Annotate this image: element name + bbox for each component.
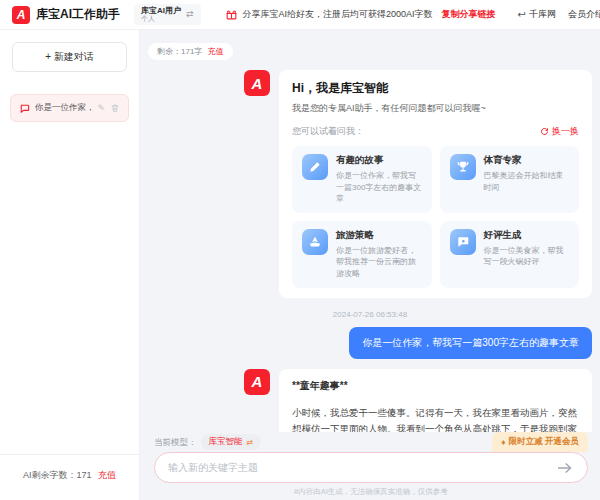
suggestion-desc: 你是一位作家，帮我写一篇300字左右的趣事文章 (336, 170, 422, 205)
user-message-row: 你是一位作家，帮我写一篇300字左右的趣事文章 (148, 327, 592, 359)
send-button[interactable] (556, 461, 574, 475)
account-type: 个人 (141, 15, 181, 23)
return-arrow-icon: ↩ (518, 9, 526, 20)
composer-dock: 当前模型： 库宝智能 ⇄ ♦ 限时立减 开通会员 #内容由AI生成，无法确保真实… (140, 432, 600, 500)
edit-chat-icon[interactable]: ✎ (97, 103, 105, 113)
current-model-label: 当前模型： (154, 437, 197, 452)
chat-history-item[interactable]: 你是一位作家，帮... ✎ (10, 94, 129, 122)
model-selector[interactable]: 库宝智能 ⇄ (201, 434, 262, 450)
recharge-link-top[interactable]: 充值 (208, 47, 224, 56)
app-title: 库宝AI工作助手 (36, 6, 120, 23)
membership-label: 会员介绍 (568, 8, 600, 21)
vip-discount-label: 限时立减 开通会员 (509, 436, 579, 448)
review-icon (450, 229, 476, 255)
suggestion-title: 好评生成 (484, 229, 570, 242)
chat-thread[interactable]: 剩余：171字 充值 A Hi，我是库宝智能 我是您的专属AI助手，有任何问题都… (140, 30, 600, 432)
vip-discount-badge[interactable]: ♦ 限时立减 开通会员 (492, 432, 588, 452)
welcome-subtitle: 我是您的专属AI助手，有任何问题都可以问我喔~ (292, 102, 579, 115)
gift-icon (225, 8, 238, 21)
delete-chat-icon[interactable] (110, 103, 120, 113)
suggestion-title: 体育专家 (484, 154, 570, 167)
chat-main: 剩余：171字 充值 A Hi，我是库宝智能 我是您的专属AI助手，有任何问题都… (140, 30, 600, 500)
swap-model-icon: ⇄ (247, 438, 254, 447)
back-to-site-link[interactable]: ↩ 千库网 (518, 8, 556, 21)
remaining-words-badge: 剩余：171字 充值 (148, 43, 233, 60)
header-nav: ↩ 千库网 会员介绍 ♥ 限时 (518, 5, 600, 24)
model-name: 库宝智能 (209, 436, 243, 448)
trophy-icon (450, 154, 476, 180)
share-promo: 分享库宝AI给好友，注册后均可获得2000AI字数 复制分享链接 (225, 8, 496, 21)
pen-icon (302, 154, 328, 180)
account-switcher[interactable]: 库宝AI用户 个人 ⇄ (134, 4, 201, 26)
account-name: 库宝AI用户 (141, 6, 181, 16)
membership-intro-link[interactable]: 会员介绍 (568, 8, 600, 21)
share-promo-text: 分享库宝AI给好友，注册后均可获得2000AI字数 (243, 8, 433, 21)
assistant-message-title: **童年趣事** (292, 379, 579, 393)
suggestion-title: 有趣的故事 (336, 154, 422, 167)
suggestion-desc: 巴黎奥运会开始和结束时间 (484, 170, 570, 193)
refresh-label: 换一换 (552, 125, 579, 138)
back-site-label: 千库网 (529, 8, 556, 21)
refresh-suggestions-button[interactable]: 换一换 (540, 125, 579, 138)
assistant-avatar: A (244, 369, 270, 395)
assistant-avatar: A (244, 70, 270, 96)
new-chat-button[interactable]: + 新建对话 (12, 42, 127, 72)
travel-icon (302, 229, 328, 255)
message-timestamp: 2024-07-26 06:53:48 (148, 310, 592, 319)
message-input[interactable] (168, 462, 556, 473)
welcome-card: Hi，我是库宝智能 我是您的专属AI助手，有任何问题都可以问我喔~ 您可以试着问… (279, 70, 592, 298)
ai-remaining-count: AI剩余字数：171 (23, 470, 92, 480)
copy-share-link[interactable]: 复制分享链接 (442, 8, 496, 21)
suggestion-card-travel[interactable]: 旅游策略 你是一位旅游爱好者，帮我推荐一份云南的旅游攻略 (292, 221, 432, 288)
message-input-box[interactable] (154, 452, 588, 483)
suggestion-card-review[interactable]: 好评生成 你是一位美食家，帮我写一段火锅好评 (440, 221, 580, 288)
suggestion-card-sports[interactable]: 体育专家 巴黎奥运会开始和结束时间 (440, 146, 580, 213)
top-header: A 库宝AI工作助手 库宝AI用户 个人 ⇄ 分享库宝AI给好友，注册后均可获得… (0, 0, 600, 30)
try-ask-label: 您可以试着问我： (292, 125, 364, 138)
user-message-bubble: 你是一位作家，帮我写一篇300字左右的趣事文章 (349, 327, 592, 359)
app-logo-icon: A (12, 6, 30, 24)
swap-account-icon[interactable]: ⇄ (186, 9, 194, 19)
assistant-message-card: **童年趣事** 小时候，我总爱干一些傻事。记得有一天，我在家里看动画片，突然想… (279, 369, 592, 432)
sidebar-footer: AI剩余字数：171 充值 (0, 454, 139, 500)
suggestion-grid: 有趣的故事 你是一位作家，帮我写一篇300字左右的趣事文章 体育专家 巴黎奥运会… (292, 146, 579, 288)
recharge-link[interactable]: 充值 (98, 470, 116, 480)
welcome-message: A Hi，我是库宝智能 我是您的专属AI助手，有任何问题都可以问我喔~ 您可以试… (244, 70, 592, 298)
assistant-paragraph: 小时候，我总爱干一些傻事。记得有一天，我在家里看动画片，突然想模仿一下里面的人物… (292, 405, 579, 432)
diamond-icon: ♦ (501, 437, 505, 447)
chat-history-title: 你是一位作家，帮... (35, 102, 92, 114)
suggestion-title: 旅游策略 (336, 229, 422, 242)
assistant-message: A **童年趣事** 小时候，我总爱干一些傻事。记得有一天，我在家里看动画片，突… (244, 369, 592, 432)
sidebar: + 新建对话 你是一位作家，帮... ✎ AI剩余字数：171 充值 (0, 30, 140, 500)
remaining-words-label: 剩余：171字 (157, 47, 202, 56)
suggestion-card-story[interactable]: 有趣的故事 你是一位作家，帮我写一篇300字左右的趣事文章 (292, 146, 432, 213)
refresh-icon (540, 127, 549, 136)
suggestion-desc: 你是一位美食家，帮我写一段火锅好评 (484, 245, 570, 268)
welcome-title: Hi，我是库宝智能 (292, 80, 579, 97)
suggestion-desc: 你是一位旅游爱好者，帮我推荐一份云南的旅游攻略 (336, 245, 422, 280)
ai-content-disclaimer: #内容由AI生成，无法确保真实准确，仅供参考 (154, 487, 588, 497)
chat-bubble-icon (19, 103, 30, 114)
